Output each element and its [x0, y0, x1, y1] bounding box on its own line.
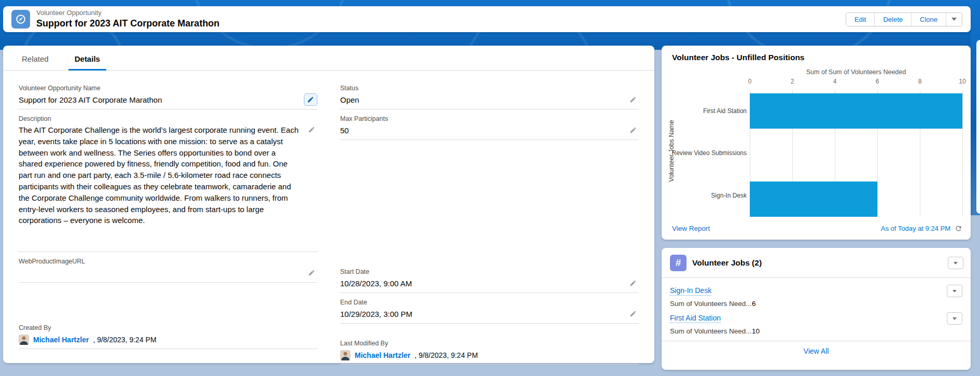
job-link-sign-in-desk[interactable]: Sign-In Desk [670, 286, 711, 296]
field-value: 10 [752, 327, 760, 335]
edit-button[interactable]: Edit [846, 13, 874, 26]
chart-row [750, 136, 962, 178]
last-modified-by-user-link[interactable]: Michael Hartzler [355, 351, 410, 359]
chart-row [750, 182, 962, 224]
field-value: The AIT Corporate Challenge is the world… [19, 124, 317, 249]
field-value: Support for 2023 AIT Corporate Marathon [19, 94, 317, 106]
pencil-icon [629, 280, 637, 287]
spacer [340, 145, 639, 268]
clone-button[interactable]: Clone [911, 13, 946, 26]
row-actions-button[interactable] [947, 285, 962, 297]
chart-title: Volunteer Jobs - Unfilled Positions [662, 46, 971, 62]
edit-description-button[interactable] [308, 126, 315, 135]
chevron-down-icon [951, 18, 957, 21]
chart-plot-area [750, 90, 962, 217]
chevron-down-icon [953, 317, 957, 320]
field-start-date: Start Date 10/28/2023, 9:00 AM [340, 268, 639, 293]
chart-row [750, 93, 962, 136]
field-value: 6 [752, 300, 756, 308]
field-label: End Date [340, 298, 639, 307]
related-list-title: Volunteer Jobs (2) [692, 258, 762, 268]
field-status: Status Open [340, 84, 639, 109]
list-item: Sign-In Desk Sum of Volunteers Need... 6 [670, 280, 962, 308]
record-detail-card: Related Details Volunteer Opportunity Na… [3, 46, 654, 363]
record-tabs: Related Details [3, 46, 654, 71]
x-tick-label: 6 [876, 78, 879, 85]
spacer [19, 288, 317, 324]
record-title: Support for 2023 AIT Corporate Marathon [36, 18, 219, 29]
delete-button[interactable]: Delete [874, 13, 911, 26]
field-created-by: Created By Michael Hartzler , 9/8/2023, … [19, 324, 317, 349]
field-value: 10/28/2023, 9:00 AM [340, 277, 639, 290]
field-end-date: End Date 10/29/2023, 3:00 PM [340, 298, 639, 324]
record-header-text: Volunteer Opportunity Support for 2023 A… [36, 9, 219, 29]
avatar [19, 335, 29, 345]
field-label: Sum of Volunteers Need... [670, 327, 752, 335]
pencil-icon [629, 127, 637, 134]
category-label: Sign-In Desk [680, 174, 747, 217]
edit-status-button[interactable] [629, 96, 637, 105]
field-label: Description [19, 115, 317, 123]
list-item-field-row: Sum of Volunteers Need... 6 [670, 300, 962, 308]
detail-fields-right-column: Status Open Max Participants 50 Start Da… [340, 84, 639, 370]
edit-end-date-button[interactable] [629, 310, 637, 319]
chart-value-axis-title: Sum of Sum of Volunteers Needed [750, 68, 962, 76]
field-description: Description The AIT Corporate Challenge … [19, 115, 317, 252]
edit-name-button[interactable] [304, 93, 317, 106]
created-by-user-link[interactable]: Michael Hartzler [33, 336, 89, 344]
x-tick-label: 4 [833, 78, 837, 85]
related-list-menu-button[interactable] [948, 257, 963, 269]
pencil-icon [307, 96, 314, 103]
field-label: Created By [19, 324, 317, 332]
spacer [340, 329, 639, 339]
chart-x-axis: 0246810 [750, 78, 962, 86]
field-web-product-image-url: WebProductImageURL [19, 257, 317, 283]
field-last-modified-by: Last Modified By Michael Hartzler , 9/8/… [340, 339, 639, 365]
volunteer-jobs-icon: # [670, 255, 687, 271]
tab-details[interactable]: Details [68, 54, 106, 71]
chart-card-unfilled-positions: Volunteer Jobs - Unfilled Positions Sum … [662, 46, 971, 240]
field-label: WebProductImageURL [19, 257, 317, 266]
x-tick-label: 2 [791, 78, 794, 85]
field-value: Open [340, 94, 639, 106]
bar-sign-in-desk[interactable] [750, 182, 877, 217]
view-report-link[interactable]: View Report [672, 225, 710, 232]
pencil-icon [629, 96, 637, 103]
job-link-first-aid-station[interactable]: First Aid Station [670, 314, 721, 323]
edit-web-product-image-url-button[interactable] [308, 269, 315, 278]
chart-category-labels: First Aid Station Review Video Submissio… [680, 90, 747, 217]
category-label: First Aid Station [680, 90, 747, 132]
field-value: 50 [340, 124, 639, 137]
edit-max-participants-button[interactable] [629, 127, 637, 135]
field-label: Sum of Volunteers Need... [670, 300, 752, 308]
record-action-buttons: Edit Delete Clone [846, 12, 962, 26]
row-actions-button[interactable] [947, 312, 962, 325]
right-rail-card-edge [976, 40, 980, 214]
related-list-volunteer-jobs: # Volunteer Jobs (2) Sign-In Desk Sum of… [662, 248, 971, 370]
pencil-icon [308, 126, 315, 133]
more-actions-button[interactable] [946, 13, 962, 26]
bar-first-aid-station[interactable] [750, 93, 962, 129]
avatar [340, 350, 351, 360]
gridline [962, 90, 963, 217]
record-highlights-header: Volunteer Opportunity Support for 2023 A… [3, 6, 971, 32]
field-max-participants: Max Participants 50 [340, 115, 639, 140]
edit-start-date-button[interactable] [629, 280, 637, 288]
chevron-down-icon [954, 262, 958, 264]
view-all-link[interactable]: View All [804, 347, 829, 355]
related-list-footer: View All [662, 341, 971, 361]
related-list-items: Sign-In Desk Sum of Volunteers Need... 6… [662, 278, 971, 335]
refresh-icon[interactable] [955, 225, 962, 232]
detail-fields-left-column: Volunteer Opportunity Name Support for 2… [19, 84, 317, 370]
tab-related[interactable]: Related [16, 54, 55, 70]
list-item-title-row: First Aid Station [670, 312, 962, 325]
field-value: 10/29/2023, 3:00 PM [340, 308, 639, 321]
created-by-value: Michael Hartzler , 9/8/2023, 9:24 PM [19, 335, 317, 346]
field-label: Volunteer Opportunity Name [19, 84, 317, 93]
x-tick-label: 0 [748, 78, 752, 85]
chart-footer: View Report As of Today at 9:24 PM [662, 220, 971, 240]
chevron-down-icon [953, 290, 957, 293]
list-item-title-row: Sign-In Desk [670, 285, 962, 297]
list-item-field-row: Sum of Volunteers Need... 10 [670, 327, 962, 335]
field-label: Max Participants [340, 115, 639, 123]
